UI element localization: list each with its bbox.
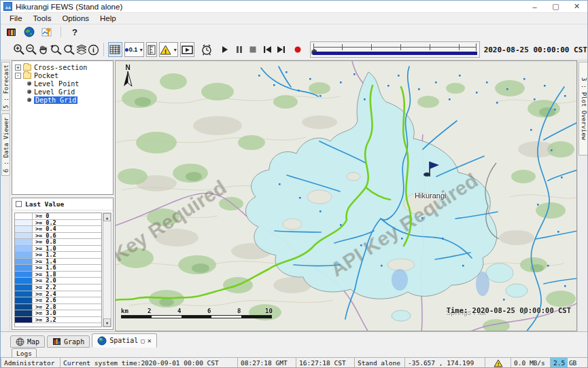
legend-label: >= 1.8	[33, 272, 101, 278]
help-button[interactable]: ?	[68, 26, 82, 39]
menu-item[interactable]: File	[5, 14, 27, 23]
layers-icon[interactable]	[75, 42, 88, 57]
right-tab-strip: 3 : Plot Overview	[577, 60, 588, 331]
time-span-bar	[313, 52, 477, 55]
status-mode: Stand alone	[355, 357, 405, 368]
status-bar: Administrator Current system time:2020-0…	[1, 357, 588, 368]
timer-icon[interactable]	[201, 42, 213, 57]
legend-row: >= 1.0	[15, 246, 101, 253]
play-button[interactable]	[220, 42, 231, 57]
tree-leaf-depth-grid[interactable]: Depth Grid	[12, 96, 113, 104]
menu-item[interactable]: Help	[95, 14, 121, 23]
legend-scrollbar[interactable]: ▲ ▼	[103, 213, 111, 327]
pause-button[interactable]	[234, 42, 245, 57]
left-tab-strip: 5 : Forecast 6 : Data Viewer	[1, 60, 10, 331]
globe-icon	[97, 336, 107, 346]
legend-color-swatch	[15, 265, 33, 271]
wireframe-globe-icon	[16, 337, 24, 346]
tab-plot-overview[interactable]: 3 : Plot Overview	[578, 62, 588, 155]
legend-color-swatch	[15, 213, 33, 219]
legend-color-swatch	[15, 310, 33, 316]
tree-leaf-level-point[interactable]: Level Point	[12, 79, 113, 88]
map-scale-bar: km 2 4 6 8 10	[121, 308, 272, 318]
svg-text:!: !	[496, 362, 499, 367]
legend-row: >= 1.2	[15, 252, 101, 259]
animation-button[interactable]	[180, 42, 194, 57]
scroll-up-icon[interactable]: ▲	[103, 213, 111, 221]
zoom-out-icon[interactable]	[25, 42, 37, 57]
minimize-button[interactable]: –	[524, 1, 545, 12]
last-value-checkbox[interactable]	[16, 201, 22, 207]
window-title: Hikurangi FEWS (Stand alone)	[16, 3, 122, 11]
legend-label: >= 0.2	[33, 220, 101, 226]
legend-row: >= 2.6	[15, 297, 101, 304]
close-tab-icon[interactable]: ✕	[148, 337, 152, 344]
zoom-in-icon[interactable]	[13, 42, 25, 57]
zoom-next-icon[interactable]	[63, 42, 75, 57]
info-icon[interactable]: i	[88, 42, 99, 57]
menu-item[interactable]: Tools	[29, 14, 56, 23]
close-button[interactable]: ✕	[566, 1, 587, 12]
last-value-label: Last Value	[25, 200, 64, 208]
status-local-time: 16:27:18 CST	[296, 357, 355, 368]
menu-item[interactable]: Options	[57, 14, 94, 23]
folder-icon	[23, 73, 31, 79]
collapse-icon[interactable]: -	[15, 73, 21, 79]
tree-node-cross-section[interactable]: + Cross-section	[12, 63, 113, 71]
tree-leaf-label[interactable]: Level Point	[34, 80, 79, 88]
scroll-down-icon[interactable]: ▼	[103, 318, 111, 327]
skip-to-end-button[interactable]	[275, 42, 287, 57]
tree-leaf-label-selected[interactable]: Depth Grid	[34, 96, 77, 104]
warning-threshold-dropdown[interactable]: ! ▼	[159, 42, 178, 57]
legend-color-swatch	[15, 246, 33, 252]
tree-leaf-label[interactable]: Level Grid	[34, 88, 75, 96]
status-warning-cell[interactable]: !	[485, 357, 511, 368]
legend-row: >= 2.8	[15, 304, 101, 311]
current-datetime: 2020-08-25 00:00:00 CST	[484, 45, 587, 54]
map-viewport[interactable]: API Key Required API Key Required	[115, 60, 577, 331]
legend-row: >= 2.0	[15, 278, 101, 284]
tab-spatial[interactable]: Spatial ▢ ✕	[92, 333, 157, 348]
globe-icon[interactable]	[22, 26, 36, 39]
tab-data-viewer[interactable]: 6 : Data Viewer	[1, 113, 10, 176]
tree-node-pocket[interactable]: - Pocket	[12, 71, 113, 79]
pan-hand-icon[interactable]	[37, 42, 50, 57]
skip-to-start-button[interactable]	[262, 42, 273, 57]
legend-color-swatch	[15, 317, 33, 323]
leaf-dot-icon	[27, 81, 31, 86]
legend-label: >= 0.8	[33, 239, 101, 245]
tree-node-label[interactable]: Pocket	[34, 72, 58, 79]
bar-chart-icon	[52, 337, 61, 346]
class-interval-dropdown[interactable]: 0.1 ▼	[124, 42, 144, 57]
svg-text:!: !	[165, 48, 167, 54]
status-system-time: Current system time:2020-09-01 00:00 CST	[60, 357, 238, 368]
elevation-scale-button[interactable]	[146, 42, 157, 57]
legend-label: >= 2.8	[33, 304, 101, 310]
timeseries-chart-icon[interactable]	[40, 26, 54, 39]
tab-map[interactable]: Map	[10, 335, 45, 348]
record-button[interactable]	[292, 42, 304, 57]
status-coordinates: -35.657 , 174.199	[405, 357, 485, 368]
database-icon[interactable]	[5, 26, 18, 39]
map-canvas: API Key Required API Key Required	[116, 61, 577, 331]
legend-label: >= 1.0	[33, 246, 101, 252]
legend-label: >= 1.2	[33, 252, 101, 258]
undock-icon[interactable]: ▢	[141, 337, 144, 344]
tree-node-label[interactable]: Cross-section	[34, 64, 87, 71]
zoom-previous-icon[interactable]	[50, 42, 63, 57]
tree-leaf-level-grid[interactable]: Level Grid	[12, 88, 113, 96]
stop-button[interactable]	[247, 42, 259, 57]
tab-graph[interactable]: Graph	[47, 335, 90, 348]
legend-label: >= 1.4	[33, 259, 101, 265]
legend-label: >= 0.6	[33, 233, 101, 239]
maximize-button[interactable]: ▢	[545, 1, 566, 12]
expand-icon[interactable]: +	[15, 65, 21, 71]
grid-toggle-button[interactable]	[108, 42, 122, 57]
legend-color-swatch	[15, 304, 33, 310]
svg-text:i: i	[92, 46, 94, 54]
time-slider[interactable]	[310, 41, 479, 58]
legend-row: >= 0	[15, 213, 101, 220]
menu-bar: FileToolsOptionsHelp	[1, 13, 587, 24]
tab-forecast[interactable]: 5 : Forecast	[1, 62, 10, 111]
status-gmt-time: 08:27:18 GMT	[238, 357, 296, 368]
